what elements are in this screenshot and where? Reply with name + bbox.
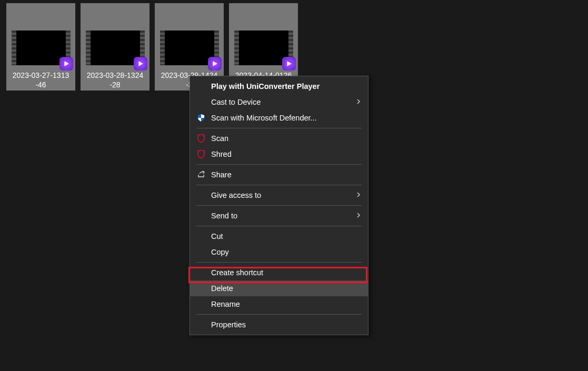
mcafee-shield-icon [196,149,206,159]
svg-marker-0 [64,61,68,66]
menu-item-share[interactable]: Share [190,167,368,183]
menu-item-properties[interactable]: Properties [190,317,368,333]
menu-item-cast[interactable]: Cast to Device [190,94,368,110]
play-icon [59,57,73,71]
menu-item-scan[interactable]: Scan [190,131,368,146]
menu-label: Delete [211,284,233,293]
menu-item-delete[interactable]: Delete [190,280,368,296]
chevron-right-icon [356,98,361,106]
menu-label: Play with UniConverter Player [211,82,320,91]
menu-item-play[interactable]: Play with UniConverter Player [190,78,368,94]
menu-label: Create shortcut [211,268,263,277]
menu-item-cut[interactable]: Cut [190,228,368,244]
shield-icon [196,113,206,123]
menu-item-rename[interactable]: Rename [190,296,368,312]
menu-label: Share [211,171,232,179]
context-menu: Play with UniConverter Player Cast to De… [190,76,368,335]
file-item[interactable]: 2023-03-28-1324 -28 [81,3,150,91]
file-label: 2023-03-27-1313 -46 [6,71,75,89]
menu-label: Scan with Microsoft Defender... [211,114,317,122]
play-icon [134,57,147,71]
menu-label: Properties [211,320,246,329]
menu-item-shred[interactable]: Shred [190,146,368,162]
menu-separator [196,128,362,128]
chevron-right-icon [356,191,361,199]
menu-item-send-to[interactable]: Send to [190,208,368,224]
play-icon [282,57,296,71]
menu-separator [196,185,362,185]
menu-separator [196,164,362,165]
menu-label: Rename [211,300,240,308]
file-item[interactable]: 2023-03-27-1313 -46 [6,3,75,91]
menu-item-give-access[interactable]: Give access to [190,187,368,203]
svg-marker-3 [287,61,291,66]
menu-label: Copy [211,248,229,256]
share-icon [196,170,206,179]
menu-label: Cut [211,232,223,240]
menu-separator [196,226,362,226]
menu-label: Shred [211,150,232,158]
svg-marker-1 [138,61,143,66]
menu-label: Give access to [211,191,261,199]
play-icon [208,57,222,71]
menu-separator [196,262,362,263]
chevron-right-icon [356,212,361,220]
menu-label: Send to [211,212,237,220]
menu-separator [196,205,362,206]
menu-item-scan-defender[interactable]: Scan with Microsoft Defender... [190,110,368,126]
menu-item-copy[interactable]: Copy [190,244,368,260]
mcafee-shield-icon [196,134,206,143]
menu-label: Cast to Device [211,98,261,106]
menu-separator [196,314,362,315]
file-label: 2023-03-28-1324 -28 [81,71,150,89]
menu-label: Scan [211,134,228,143]
svg-marker-2 [213,61,217,66]
menu-item-create-shortcut[interactable]: Create shortcut [190,265,368,280]
